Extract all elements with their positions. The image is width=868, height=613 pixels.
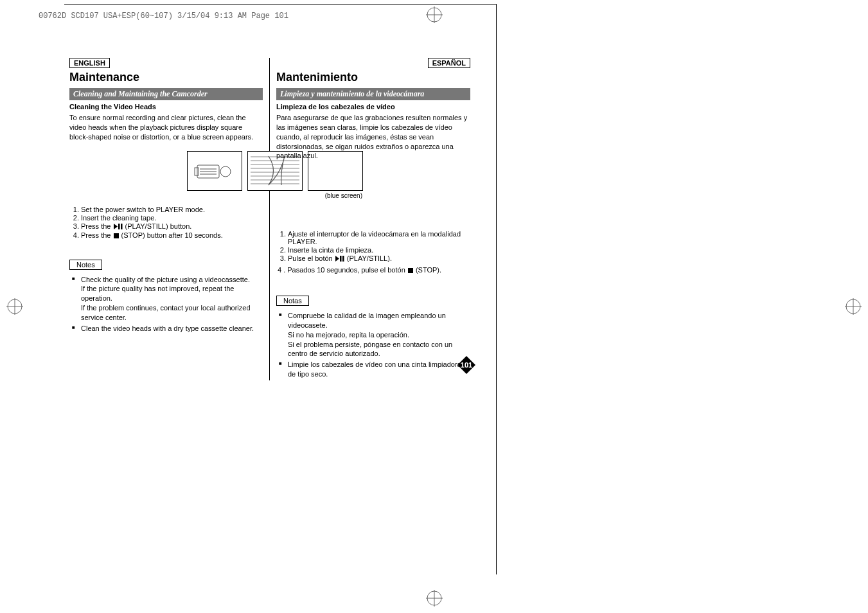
- list-item: Limpie los cabezales de vídeo con una ci…: [279, 360, 470, 379]
- subsection-bar-english: Cleaning and Maintaining the Camcorder: [69, 88, 263, 100]
- list-item: Check the quality of the picture using a…: [72, 275, 263, 323]
- stop-icon: [114, 233, 119, 238]
- page-number: 101: [457, 356, 475, 374]
- list-item: Set the power switch to PLAYER mode.: [81, 206, 263, 213]
- notes-list-spanish: Compruebe la calidad de la imagen emplea…: [276, 311, 470, 379]
- list-item: Press the (STOP) button after 10 seconds…: [81, 231, 263, 239]
- step-text: (PLAY/STILL).: [347, 254, 392, 262]
- subsection-bar-spanish: Limpieza y mantenimiento de la videocáma…: [276, 88, 470, 100]
- play-still-icon: [114, 223, 123, 231]
- list-item: Clean the video heads with a dry type ca…: [72, 324, 263, 333]
- stop-icon: [408, 268, 413, 273]
- steps-list-english: Set the power switch to PLAYER mode. Ins…: [69, 206, 263, 239]
- svg-point-13: [220, 166, 231, 177]
- svg-rect-14: [195, 168, 199, 175]
- list-item: Press the (PLAY/STILL) button.: [81, 222, 263, 231]
- column-spanish: ESPAÑOL Mantenimiento Limpieza y manteni…: [270, 58, 475, 380]
- step-text: Press the: [81, 231, 113, 239]
- svg-marker-26: [114, 224, 118, 229]
- notes-list-english: Check the quality of the picture using a…: [69, 275, 263, 333]
- step-text: 4 . Pasados 10 segundos, pulse el botón: [278, 266, 407, 274]
- intro-paragraph-english: To ensure normal recording and clear pic…: [69, 113, 263, 142]
- page-number-text: 101: [461, 361, 472, 369]
- crop-mark-left-icon: [6, 298, 23, 315]
- notes-label-spanish: Notas: [276, 296, 309, 306]
- subheading-spanish: Limpieza de los cabezales de vídeo: [276, 103, 470, 111]
- figure-camcorder-icon: [187, 151, 242, 191]
- notes-label-english: Notes: [69, 260, 102, 270]
- step-text: (STOP) button after 10 seconds.: [121, 231, 223, 239]
- crop-mark-right-icon: [845, 298, 862, 315]
- list-item: Compruebe la calidad de la imagen emplea…: [279, 311, 470, 359]
- intro-paragraph-spanish: Para asegurarse de que las grabaciones r…: [276, 113, 470, 161]
- column-english: ENGLISH Maintenance Cleaning and Maintai…: [64, 58, 270, 380]
- top-border-rule: [64, 4, 496, 4]
- list-item: Pulse el botón (PLAY/STILL).: [288, 254, 470, 263]
- svg-rect-31: [342, 256, 344, 262]
- list-item: Ajuste el interruptor de la videocámara …: [288, 230, 470, 245]
- step-text: (PLAY/STILL) button.: [125, 222, 192, 230]
- section-title-english: Maintenance: [69, 71, 263, 84]
- page-number-badge-icon: 101: [457, 356, 475, 374]
- figure-spacer: [276, 161, 470, 226]
- language-badge-english: ENGLISH: [69, 58, 110, 68]
- crop-mark-top-icon: [426, 6, 443, 23]
- page: 00762D SCD107 USA+ESP(60~107) 3/15/04 9:…: [0, 0, 868, 613]
- list-item: Inserte la cinta de limpieza.: [288, 246, 470, 254]
- content: ENGLISH Maintenance Cleaning and Maintai…: [64, 58, 804, 574]
- svg-rect-27: [118, 224, 120, 229]
- step-text: (STOP).: [416, 266, 441, 274]
- step-text: Press the: [81, 222, 113, 230]
- subheading-english: Cleaning the Video Heads: [69, 103, 263, 111]
- play-still-icon: [335, 255, 344, 263]
- svg-rect-28: [121, 224, 123, 229]
- section-title-spanish: Mantenimiento: [276, 71, 470, 84]
- language-badge-spanish: ESPAÑOL: [428, 58, 470, 68]
- svg-marker-29: [335, 256, 339, 262]
- step-4-spanish: 4 . Pasados 10 segundos, pulse el botón …: [278, 265, 470, 275]
- list-item: Insert the cleaning tape.: [81, 214, 263, 222]
- svg-rect-30: [340, 256, 342, 262]
- steps-list-spanish: Ajuste el interruptor de la videocámara …: [276, 230, 470, 263]
- step-text: Pulse el botón: [288, 254, 335, 262]
- print-header: 00762D SCD107 USA+ESP(60~107) 3/15/04 9:…: [39, 12, 288, 21]
- crop-mark-bottom-icon: [426, 590, 443, 607]
- two-column-layout: ENGLISH Maintenance Cleaning and Maintai…: [64, 58, 488, 380]
